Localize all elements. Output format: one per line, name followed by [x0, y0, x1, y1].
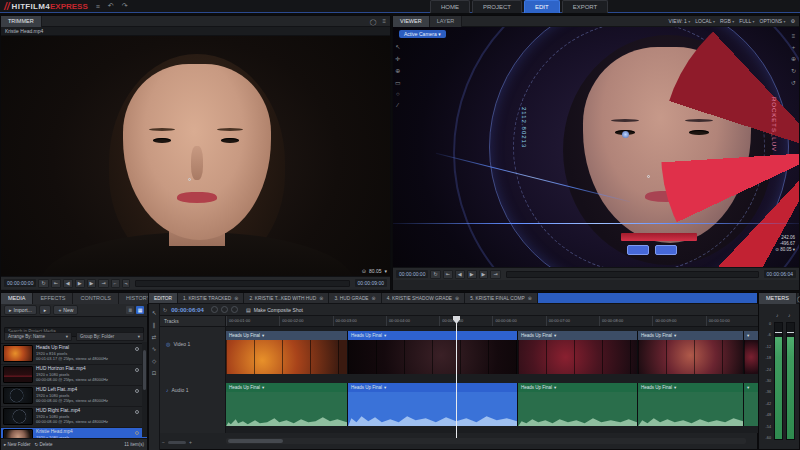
- loop-button[interactable]: ↻: [38, 279, 48, 288]
- tab-controls[interactable]: CONTROLS: [73, 293, 119, 304]
- tab-composite-4[interactable]: 4. KRISTIE SHADOW GRADE⊗: [382, 293, 466, 303]
- list-item[interactable]: HUD Left Flat..mp41920 x 1080 pixels00:0…: [1, 386, 147, 407]
- viewer-scrubber[interactable]: [506, 271, 759, 278]
- audio-track-header[interactable]: ♪ Audio 1: [160, 387, 225, 393]
- item-options-icon[interactable]: [135, 389, 139, 393]
- rate-tool-icon[interactable]: ∿: [152, 346, 157, 352]
- undo-icon[interactable]: ↶: [108, 2, 114, 10]
- delete-button[interactable]: ↻ Delete: [35, 442, 53, 447]
- toggle-icon[interactable]: [211, 306, 218, 313]
- slice-tool-icon[interactable]: ∥: [153, 322, 156, 328]
- item-options-icon[interactable]: [135, 347, 139, 351]
- mask-ellipse-tool-icon[interactable]: ○: [396, 91, 400, 97]
- item-options-icon[interactable]: [135, 410, 139, 414]
- timeline-scrollbar[interactable]: [226, 438, 746, 444]
- arrange-by-dropdown[interactable]: Arrange By: Name▾: [4, 332, 72, 341]
- pan-tool-icon[interactable]: ✛: [395, 55, 400, 62]
- trimmer-video-preview[interactable]: ⊙ 80.05 ▾: [1, 36, 390, 276]
- rotate-cw-icon[interactable]: ↻: [791, 67, 796, 74]
- group-by-dropdown[interactable]: Group By: Folder▾: [76, 332, 144, 341]
- freehand-tool-icon[interactable]: ∕: [397, 102, 398, 108]
- list-view-icon[interactable]: ≣: [126, 306, 134, 314]
- next-frame-button[interactable]: ▶: [479, 270, 489, 279]
- new-folder-button[interactable]: ▸ New Folder: [4, 442, 31, 447]
- close-icon[interactable]: ⊗: [319, 295, 323, 301]
- go-start-button[interactable]: ⇤: [51, 279, 61, 288]
- viewer-video-preview[interactable]: 2112.80213 ROCKETS_LUV Active Camera ▾ ↖…: [393, 27, 799, 267]
- make-composite-button[interactable]: ▤Make Composite Shot: [246, 307, 303, 313]
- audio-clip[interactable]: Heads Up Final▾: [638, 383, 744, 426]
- video-track-header[interactable]: ◎ Video 1: [160, 341, 225, 347]
- list-item-selected[interactable]: Kristie Head.mp41920 x 1080 pixels00:00:…: [1, 428, 147, 438]
- tab-home[interactable]: HOME: [430, 0, 470, 13]
- item-options-icon[interactable]: [135, 431, 139, 435]
- video-clip[interactable]: ▾: [744, 331, 759, 374]
- close-icon[interactable]: ⊗: [234, 295, 238, 301]
- video-clip[interactable]: Heads Up Final▾: [638, 331, 744, 374]
- panel-menu-icon[interactable]: ≡: [382, 18, 386, 24]
- timeline-ruler[interactable]: 00:00:01:0000:00:02:00 00:00:03:0000:00:…: [226, 316, 759, 327]
- list-item[interactable]: HUD Right Flat..mp41920 x 1080 pixels00:…: [1, 407, 147, 428]
- select-tool-icon[interactable]: ↖: [152, 310, 157, 316]
- audio-icon[interactable]: ♪: [166, 387, 169, 393]
- close-icon[interactable]: ⊗: [528, 295, 532, 301]
- import-dropdown-arrow[interactable]: ▸: [39, 305, 52, 315]
- panel-options-icon[interactable]: ◯: [370, 18, 377, 25]
- speaker-right-icon[interactable]: ♪: [788, 312, 791, 318]
- target-icon[interactable]: ⊕: [791, 55, 796, 62]
- next-frame-button[interactable]: ▶: [87, 279, 97, 288]
- tab-layer[interactable]: LAYER: [430, 16, 463, 27]
- tab-export[interactable]: EXPORT: [562, 0, 609, 13]
- snap-toggle-icon[interactable]: ⊡: [152, 370, 157, 376]
- orbit-tool-icon[interactable]: ⊕: [395, 67, 400, 74]
- set-out-button[interactable]: ¬: [122, 279, 131, 288]
- tab-composite-5[interactable]: 5. KRISTIE FINAL COMP⊗: [465, 293, 538, 303]
- toggle-icon[interactable]: [221, 306, 228, 313]
- tab-composite-3[interactable]: 3. HUD GRADE⊗: [329, 293, 381, 303]
- rgb-dropdown[interactable]: RGB ▾: [720, 18, 734, 24]
- prev-frame-button[interactable]: ◀: [63, 279, 73, 288]
- audio-clip[interactable]: Heads Up Final▾: [518, 383, 638, 426]
- set-in-button[interactable]: ⌐: [111, 279, 120, 288]
- grid-view-icon[interactable]: ▦: [136, 306, 144, 314]
- import-button[interactable]: ▸Import...: [4, 305, 37, 315]
- trimmer-zoom-control[interactable]: ⊙ 80.05 ▾: [362, 268, 387, 274]
- video-clip[interactable]: Heads Up Final▾: [226, 331, 348, 374]
- tab-project[interactable]: PROJECT: [472, 0, 522, 13]
- active-camera-button[interactable]: Active Camera ▾: [399, 30, 446, 38]
- zoom-in-icon[interactable]: +: [792, 44, 796, 50]
- marker-tool-icon[interactable]: ◇: [152, 358, 156, 364]
- video-clip[interactable]: Heads Up Final▾: [518, 331, 638, 374]
- media-scrollbar[interactable]: [142, 342, 147, 437]
- prev-frame-button[interactable]: ◀: [455, 270, 465, 279]
- visibility-icon[interactable]: ◎: [166, 341, 170, 347]
- close-icon[interactable]: ⊗: [372, 295, 376, 301]
- menu-icon[interactable]: ≡: [792, 33, 796, 39]
- tab-edit[interactable]: EDIT: [524, 0, 560, 13]
- select-tool-icon[interactable]: ↖: [395, 43, 400, 50]
- play-button[interactable]: ▶: [467, 270, 477, 279]
- list-item[interactable]: Heads Up Final1920 x 816 pixels00:01:03.…: [1, 344, 147, 365]
- tab-media[interactable]: MEDIA: [1, 293, 33, 304]
- speaker-left-icon[interactable]: ♪: [776, 312, 779, 318]
- view-count-dropdown[interactable]: VIEW: 1 ▾: [669, 18, 691, 24]
- loop-button[interactable]: ↻: [430, 270, 440, 279]
- list-item[interactable]: HUD Horizon Flat..mp41920 x 1080 pixels0…: [1, 365, 147, 386]
- options-dropdown[interactable]: OPTIONS ▾: [760, 18, 786, 24]
- slip-tool-icon[interactable]: ⇄: [152, 334, 157, 340]
- gear-icon[interactable]: ⚙: [791, 18, 795, 24]
- redo-icon[interactable]: ↷: [122, 2, 128, 10]
- go-start-button[interactable]: ⇤: [443, 270, 453, 279]
- new-button[interactable]: +New: [53, 305, 78, 315]
- item-options-icon[interactable]: [135, 368, 139, 372]
- mask-rect-tool-icon[interactable]: ▭: [395, 79, 401, 86]
- audio-clip[interactable]: Heads Up Final▾: [226, 383, 348, 426]
- rotate-ccw-icon[interactable]: ↺: [791, 79, 796, 86]
- tab-editor[interactable]: EDITOR: [149, 293, 178, 303]
- timeline-zoom-control[interactable]: −+: [162, 439, 192, 445]
- full-dropdown[interactable]: FULL ▾: [739, 18, 754, 24]
- close-icon[interactable]: ⊗: [455, 295, 459, 301]
- video-clip-selected[interactable]: Heads Up Final▾: [348, 331, 518, 374]
- play-button[interactable]: ▶: [75, 279, 85, 288]
- tab-effects[interactable]: EFFECTS: [33, 293, 73, 304]
